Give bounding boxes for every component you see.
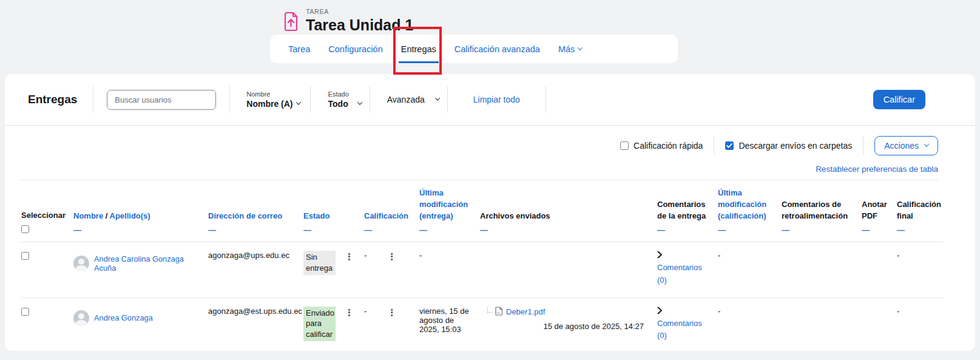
submission-comments-cell: Comentarios (0)	[657, 242, 718, 297]
status-badge: Sin entrega	[303, 251, 336, 275]
grade-button[interactable]: Calificar	[873, 90, 925, 109]
row-select-checkbox[interactable]	[21, 308, 29, 316]
column-header-name: Nombre / Apellido(s) —	[73, 180, 208, 242]
column-header-email: Dirección de correo —	[208, 180, 303, 242]
advanced-filter-dropdown[interactable]: Avanzada	[387, 95, 439, 104]
submission-comments-cell: Comentarios (0)	[657, 297, 718, 353]
column-header-grade: Calificación —	[364, 180, 419, 242]
hide-column-control[interactable]: —	[73, 222, 203, 242]
hide-column-control[interactable]: —	[303, 222, 359, 242]
select-all-checkbox[interactable]	[21, 225, 29, 233]
avatar[interactable]	[73, 256, 89, 271]
divider	[370, 86, 370, 113]
last-modified-submission-cell: viernes, 15 de agosto de 2025, 15:03	[419, 297, 480, 353]
actions-dropdown-button[interactable]: Acciones	[874, 136, 938, 155]
files-cell: Deber1.pdf 15 de agosto de 2025, 14:27	[480, 297, 657, 353]
row-select-checkbox[interactable]	[21, 252, 29, 260]
checkbox-unchecked-icon	[620, 141, 629, 150]
chevron-down-icon	[296, 100, 300, 104]
sort-by-grade-link[interactable]: Calificación	[364, 211, 408, 220]
hide-column-control[interactable]: —	[897, 222, 938, 242]
tree-branch-glyph	[487, 307, 492, 313]
hide-column-control[interactable]: —	[782, 222, 857, 242]
clear-all-link[interactable]: Limpiar todo	[473, 95, 520, 104]
tab-entregas[interactable]: Entregas	[401, 35, 436, 63]
tab-tarea[interactable]: Tarea	[288, 35, 310, 63]
student-name-link[interactable]: Andrea Carolina Gonzaga Acuña	[94, 254, 203, 273]
hide-column-control[interactable]: —	[657, 222, 713, 242]
column-header-feedback-comments: Comentarios de retroalimentación —	[782, 180, 862, 242]
chevron-right-icon[interactable]	[657, 251, 663, 260]
student-name-link[interactable]: Andrea Gonzaga	[94, 313, 153, 322]
file-timestamp: 15 de agosto de 2025, 14:27	[480, 318, 652, 331]
divider	[229, 86, 230, 113]
column-header-final-grade: Calificación final —	[897, 180, 943, 242]
email-cell: agonzaga@ups.edu.ec	[208, 242, 303, 297]
grade-value: -	[364, 307, 367, 318]
divider	[863, 137, 863, 155]
search-input[interactable]	[107, 90, 216, 110]
feedback-comments-cell	[782, 242, 862, 297]
comments-link[interactable]: Comentarios (0)	[657, 262, 709, 286]
download-folders-checkbox[interactable]: Descargar envíos en carpetas	[725, 141, 852, 151]
page-title: Tarea Unidad 1	[306, 16, 413, 34]
grade-value: -	[364, 251, 367, 262]
chevron-down-icon	[924, 141, 929, 146]
sort-by-email-link[interactable]: Dirección de correo	[208, 211, 282, 220]
sort-by-first-name-link[interactable]: Nombre	[73, 211, 103, 220]
feedback-comments-cell	[782, 297, 862, 353]
submissions-table: Seleccionar Nombre / Apellido(s) — Direc…	[21, 180, 938, 353]
column-header-last-mod-grade: Última modificación (calificación) —	[718, 180, 782, 242]
pdf-file-icon	[495, 307, 503, 318]
active-tab-underline	[399, 61, 439, 63]
annotate-pdf-cell	[862, 297, 897, 353]
column-header-files: Archivos enviados —	[480, 180, 657, 242]
tab-configuracion[interactable]: Configuración	[328, 35, 382, 63]
submitted-file-link[interactable]: Deber1.pdf	[506, 307, 545, 316]
status-badge: Enviado para calificar	[303, 307, 336, 342]
kebab-menu-icon[interactable]: ⋮	[345, 307, 354, 318]
sort-by-last-mod-submission-link[interactable]: Última modificación (entrega)	[419, 188, 468, 220]
submissions-panel: Entregas Nombre Nombre (A) Estado Todo A…	[5, 74, 975, 351]
hide-column-control[interactable]: —	[208, 222, 299, 242]
chevron-right-icon[interactable]	[657, 307, 663, 316]
kebab-menu-icon[interactable]: ⋮	[345, 251, 354, 262]
hide-column-control[interactable]: —	[718, 222, 777, 242]
kebab-menu-icon[interactable]: ⋮	[387, 307, 396, 318]
status-filter-dropdown[interactable]: Estado Todo	[328, 90, 362, 109]
hide-column-control[interactable]: —	[364, 222, 414, 242]
final-grade-cell: -	[897, 242, 943, 297]
column-header-last-mod-submission: Última modificación (entrega) —	[419, 180, 480, 242]
chevron-down-icon	[357, 100, 362, 104]
email-cell: agonzaga@est.ups.edu.ec	[208, 297, 303, 353]
assignment-upload-icon	[283, 12, 299, 34]
hide-column-control[interactable]: —	[480, 222, 652, 242]
tab-mas[interactable]: Más	[558, 35, 582, 63]
kebab-menu-icon[interactable]: ⋮	[387, 251, 396, 262]
files-cell	[480, 242, 657, 297]
reset-table-preferences-link[interactable]: Restablecer preferencias de tabla	[816, 165, 938, 174]
comments-link[interactable]: Comentarios (0)	[657, 318, 709, 342]
annotate-pdf-cell	[862, 242, 897, 297]
sort-by-status-link[interactable]: Estado	[303, 211, 329, 220]
hide-column-control[interactable]: —	[862, 222, 892, 242]
options-row: Calificación rápida Descargar envíos en …	[5, 126, 975, 155]
name-sort-dropdown[interactable]: Nombre Nombre (A)	[246, 90, 300, 109]
table-row: Andrea Carolina Gonzaga Acuña agonzaga@u…	[21, 242, 943, 297]
final-grade-cell: -	[897, 297, 943, 353]
chevron-down-icon	[434, 95, 439, 100]
section-heading: Entregas	[28, 93, 77, 106]
last-modified-grade-cell: -	[718, 297, 782, 353]
checkbox-checked-icon	[725, 141, 734, 150]
quick-grading-checkbox[interactable]: Calificación rápida	[620, 141, 703, 151]
last-modified-grade-cell: -	[718, 242, 782, 297]
hide-column-control[interactable]: —	[419, 222, 475, 242]
sort-by-last-mod-grade-link[interactable]: Última modificación (calificación)	[718, 188, 766, 220]
tab-calificacion-avanzada[interactable]: Calificación avanzada	[455, 35, 540, 63]
divider	[310, 86, 311, 113]
divider	[447, 86, 448, 113]
avatar[interactable]	[73, 310, 89, 326]
sort-by-last-name-link[interactable]: Apellido(s)	[110, 211, 150, 220]
toolbar: Entregas Nombre Nombre (A) Estado Todo A…	[5, 74, 975, 126]
activity-type-label: TAREA	[306, 8, 413, 15]
